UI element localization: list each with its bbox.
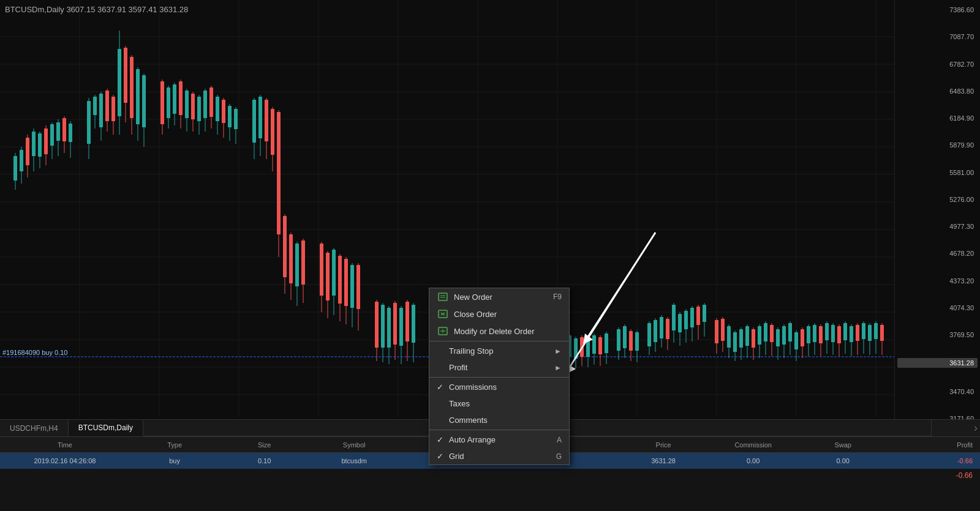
- svg-rect-106: [295, 244, 299, 286]
- svg-rect-96: [265, 100, 268, 141]
- svg-rect-231: [868, 325, 872, 341]
- svg-rect-102: [283, 216, 287, 277]
- row-symbol: btcusdm: [309, 457, 399, 464]
- svg-rect-66: [160, 81, 164, 124]
- svg-rect-233: [874, 323, 878, 339]
- svg-rect-149: [598, 337, 602, 354]
- svg-rect-197: [764, 323, 767, 341]
- col-time: Time: [0, 441, 130, 449]
- profit-label: Profit: [449, 363, 467, 372]
- svg-rect-82: [209, 88, 213, 117]
- price-3470: 3470.40: [897, 388, 978, 395]
- svg-rect-28: [20, 150, 23, 171]
- svg-rect-80: [203, 91, 207, 118]
- comments-check: [437, 416, 447, 425]
- svg-rect-30: [26, 138, 29, 165]
- svg-rect-88: [228, 106, 232, 127]
- new-order-icon: [437, 292, 449, 302]
- taxes-check: [437, 399, 447, 408]
- profit-check: [437, 363, 447, 372]
- svg-rect-201: [776, 329, 780, 346]
- grid-check: ✓: [437, 452, 447, 461]
- svg-rect-86: [222, 100, 225, 123]
- price-4074: 4074.30: [897, 304, 978, 311]
- svg-rect-173: [684, 311, 688, 329]
- svg-rect-211: [807, 326, 810, 343]
- svg-rect-165: [660, 317, 663, 338]
- svg-rect-183: [721, 319, 725, 341]
- svg-rect-193: [752, 329, 755, 348]
- row-type: buy: [130, 457, 220, 464]
- menu-item-commissions[interactable]: ✓ Commissions: [429, 379, 569, 395]
- svg-rect-122: [356, 265, 360, 309]
- menu-divider-3: [429, 430, 569, 430]
- svg-rect-94: [258, 97, 262, 138]
- profit-arrow: ►: [554, 364, 562, 372]
- menu-item-trailing-stop[interactable]: Trailing Stop ►: [429, 343, 569, 359]
- svg-rect-163: [654, 320, 657, 342]
- price-5880: 5879.90: [897, 141, 978, 149]
- svg-rect-227: [856, 325, 859, 341]
- commissions-label: Commissions: [449, 382, 497, 392]
- svg-rect-114: [332, 250, 336, 296]
- menu-item-profit[interactable]: Profit ►: [429, 359, 569, 376]
- svg-rect-179: [703, 305, 706, 322]
- svg-rect-110: [320, 244, 323, 296]
- svg-rect-104: [289, 234, 293, 283]
- svg-rect-68: [167, 88, 170, 118]
- menu-item-modify-order[interactable]: Modify or Delete Order: [429, 323, 569, 340]
- price-5581: 5581.00: [897, 169, 978, 176]
- svg-rect-147: [592, 335, 596, 354]
- svg-rect-112: [326, 253, 330, 300]
- price-6783: 6782.70: [897, 61, 978, 68]
- modify-order-label: Modify or Delete Order: [454, 327, 535, 336]
- menu-item-grid[interactable]: ✓ Grid G: [429, 448, 569, 464]
- svg-rect-205: [788, 323, 792, 341]
- svg-rect-108: [301, 241, 305, 285]
- svg-rect-143: [580, 337, 584, 357]
- svg-rect-78: [197, 97, 201, 121]
- svg-rect-118: [344, 259, 348, 306]
- svg-rect-229: [862, 323, 865, 339]
- menu-item-new-order[interactable]: New Order F9: [429, 288, 569, 305]
- tab-usdchf[interactable]: USDCHFm,H4: [0, 420, 69, 436]
- svg-rect-124: [375, 302, 379, 348]
- svg-rect-90: [234, 109, 238, 129]
- menu-item-close-order[interactable]: Close Order: [429, 305, 569, 323]
- price-4977: 4977.30: [897, 223, 978, 230]
- price-4373: 4373.20: [897, 277, 978, 285]
- trade-label: #191684090 buy 0.10: [2, 349, 67, 356]
- svg-rect-191: [745, 326, 749, 346]
- svg-rect-92: [252, 100, 256, 143]
- svg-rect-235: [880, 325, 884, 341]
- svg-rect-128: [387, 308, 391, 348]
- svg-rect-126: [381, 305, 385, 348]
- trailing-stop-check: [437, 346, 447, 356]
- svg-rect-217: [825, 323, 829, 340]
- new-order-shortcut: F9: [553, 293, 562, 301]
- auto-arrange-check: ✓: [437, 435, 447, 444]
- chart-title: BTCUSDm,Daily 3607.15 3637.91 3597.41 36…: [5, 5, 188, 14]
- svg-rect-240: [439, 293, 447, 300]
- svg-rect-50: [99, 94, 103, 127]
- svg-rect-52: [105, 91, 109, 121]
- svg-rect-32: [32, 132, 36, 156]
- svg-rect-56: [118, 49, 121, 116]
- close-order-icon: [437, 309, 449, 319]
- svg-rect-74: [185, 91, 189, 118]
- menu-item-taxes[interactable]: Taxes: [429, 395, 569, 412]
- svg-rect-60: [130, 57, 134, 118]
- svg-rect-167: [666, 319, 669, 339]
- svg-rect-209: [801, 329, 804, 346]
- svg-rect-116: [338, 256, 342, 304]
- menu-item-auto-arrange[interactable]: ✓ Auto Arrange A: [429, 431, 569, 448]
- menu-item-comments[interactable]: Comments: [429, 412, 569, 428]
- tab-btcusd[interactable]: BTCUSDm,Daily: [69, 420, 143, 436]
- svg-rect-58: [124, 48, 127, 103]
- svg-rect-153: [617, 329, 620, 351]
- price-3770: 3769.50: [897, 331, 978, 338]
- svg-rect-181: [715, 320, 718, 343]
- row-commission: 0.00: [708, 457, 798, 464]
- svg-rect-151: [605, 334, 608, 353]
- scroll-right-icon[interactable]: ›: [974, 422, 978, 435]
